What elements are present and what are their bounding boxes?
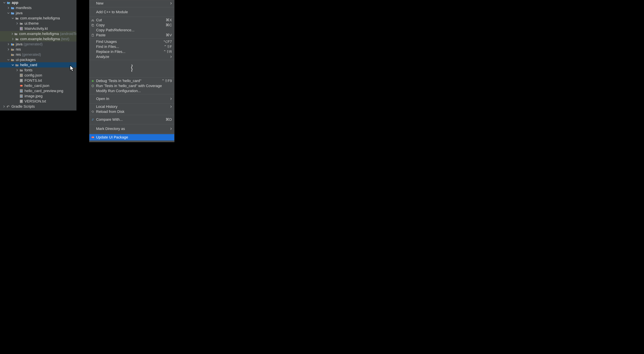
menu-separator	[90, 141, 174, 141]
menu-update-ui-package[interactable]: Update UI Package	[90, 134, 174, 141]
menu-reload-disk[interactable]: Reload from Disk	[90, 109, 174, 114]
kotlin-file-icon	[20, 27, 23, 30]
svg-rect-22	[92, 34, 93, 34]
tree-row-hello-card-json[interactable]: · hello_card.json	[0, 83, 76, 88]
chevron-down-icon[interactable]	[11, 16, 14, 20]
svg-rect-10	[20, 74, 23, 77]
menu-label: Copy	[96, 23, 164, 27]
tree-label: FONTS.txt	[24, 78, 42, 83]
menu-label: Modify Run Configuration...	[96, 89, 172, 93]
menu-shortcut: ⌃⇧R	[163, 50, 172, 54]
chevron-right-icon[interactable]	[16, 68, 19, 72]
menu-label: Compare With...	[96, 117, 164, 122]
chevron-right-icon[interactable]	[7, 48, 10, 51]
tree-suffix: (androidTe	[60, 31, 76, 36]
figma-file-icon	[20, 84, 23, 88]
svg-rect-20	[92, 25, 94, 26]
cut-icon	[91, 18, 95, 22]
tree-row-ui-theme[interactable]: ui.theme	[0, 21, 76, 26]
tree-label: ui-packages	[16, 57, 36, 62]
tree-row-pkg-test[interactable]: com.example.hellofigma (test)	[0, 36, 76, 41]
tree-label: ui.theme	[24, 21, 38, 26]
menu-label: Update UI Package	[96, 135, 172, 140]
menu-open-in[interactable]: Open In	[90, 95, 174, 103]
gradle-icon	[6, 105, 10, 108]
menu-paste[interactable]: Paste ⌘V	[90, 33, 174, 38]
svg-rect-8	[12, 55, 12, 56]
tree-row-pkg-androidtest[interactable]: com.example.hellofigma (androidTe	[0, 31, 76, 36]
tree-row-app[interactable]: app	[0, 0, 76, 5]
tree-row-hello-card-preview[interactable]: · hello_card_preview.png	[0, 88, 76, 93]
menu-debug-tests[interactable]: Debug 'Tests in 'hello_card'' ⌃⇧F9	[90, 78, 174, 83]
menu-label: Find Usages	[96, 39, 161, 44]
chevron-right-icon[interactable]	[7, 42, 10, 46]
chevron-down-icon[interactable]	[11, 63, 14, 67]
menu-copy-path[interactable]: Copy Path/Reference...	[90, 28, 174, 33]
tree-row-config-json[interactable]: · config.json	[0, 73, 76, 78]
image-file-icon	[20, 94, 23, 98]
tree-label: image.jpeg	[24, 94, 42, 99]
menu-new[interactable]: New	[90, 0, 174, 6]
chevron-right-icon[interactable]	[7, 6, 10, 9]
menu-compare-with[interactable]: Compare With... ⌘D	[90, 116, 174, 123]
tree-row-fonts-txt[interactable]: · FONTS.txt	[0, 78, 76, 83]
module-folder-icon	[7, 1, 10, 4]
tree-row-java[interactable]: java	[0, 10, 76, 15]
menu-add-cpp[interactable]: Add C++ to Module	[90, 8, 174, 16]
menu-replace-in-files[interactable]: Replace in Files... ⌃⇧R	[90, 49, 174, 54]
svg-rect-7	[12, 49, 12, 50]
menu-analyze[interactable]: Analyze	[90, 54, 174, 59]
menu-separator	[90, 7, 174, 7]
menu-find-usages[interactable]: Find Usages ⌥F7	[90, 39, 174, 44]
menu-shortcut: ⌃⇧F	[164, 44, 172, 49]
tree-label: MainActivity.kt	[24, 26, 48, 31]
menu-separator	[90, 103, 174, 104]
menu-mark-directory-as[interactable]: Mark Directory as	[90, 125, 174, 133]
tree-row-fonts[interactable]: fonts	[0, 67, 76, 73]
menu-label: Analyze	[96, 55, 168, 59]
menu-separator	[90, 60, 174, 60]
tree-row-pkg-main[interactable]: com.example.hellofigma	[0, 15, 76, 21]
menu-local-history[interactable]: Local History	[90, 104, 174, 109]
tree-row-gradle-scripts[interactable]: Gradle Scripts	[0, 104, 76, 109]
tree-row-manifests[interactable]: manifests	[0, 5, 76, 10]
chevron-down-icon[interactable]	[7, 11, 10, 15]
folder-icon	[11, 11, 14, 15]
menu-copy[interactable]: Copy ⌘C	[90, 23, 174, 28]
menu-run-coverage[interactable]: Run 'Tests in 'hello_card'' with Coverag…	[90, 83, 174, 88]
tree-label: com.example.hellofigma	[20, 36, 60, 41]
tree-row-ui-packages[interactable]: ui-packages	[0, 57, 76, 62]
svg-rect-6	[12, 44, 14, 45]
chevron-right-icon[interactable]	[16, 22, 19, 25]
tree-suffix: (generated)	[22, 52, 41, 57]
menu-separator	[90, 124, 174, 124]
chevron-right-icon[interactable]	[2, 105, 6, 108]
menu-label: Mark Directory as	[96, 127, 168, 131]
tree-row-java-generated[interactable]: java (generated)	[0, 41, 76, 47]
tree-row-image-jpeg[interactable]: · image.jpeg	[0, 93, 76, 99]
tree-row-hello-card[interactable]: hello_card	[0, 62, 76, 67]
chevron-right-icon[interactable]	[11, 32, 14, 35]
svg-point-5	[16, 39, 18, 40]
chevron-right-icon[interactable]	[11, 37, 14, 41]
menu-shortcut: ⌘X	[166, 18, 172, 22]
project-tree-panel: app manifests java com.example.hellofigm…	[0, 0, 76, 111]
tree-label: fonts	[24, 68, 32, 73]
svg-point-2	[21, 23, 22, 24]
submenu-arrow-icon	[170, 105, 172, 109]
menu-cut[interactable]: Cut ⌘X	[90, 17, 174, 23]
menu-modify-run[interactable]: Modify Run Configuration...	[90, 88, 174, 93]
menu-find-in-files[interactable]: Find in Files... ⌃⇧F	[90, 44, 174, 49]
svg-point-13	[21, 85, 23, 87]
compare-icon	[91, 118, 95, 122]
tree-label: Gradle Scripts	[12, 104, 35, 109]
chevron-down-icon[interactable]	[7, 58, 10, 61]
tree-row-res-generated[interactable]: · res (generated)	[0, 52, 76, 57]
menu-label: New	[96, 1, 168, 5]
text-file-icon	[20, 79, 23, 82]
tree-row-main-activity[interactable]: · MainActivity.kt	[0, 26, 76, 31]
context-menu: New Add C++ to Module Cut ⌘X Copy ⌘C Cop…	[89, 0, 174, 142]
tree-row-res[interactable]: res	[0, 47, 76, 52]
chevron-down-icon[interactable]	[3, 1, 6, 4]
tree-row-version-txt[interactable]: · VERSION.txt	[0, 99, 76, 104]
